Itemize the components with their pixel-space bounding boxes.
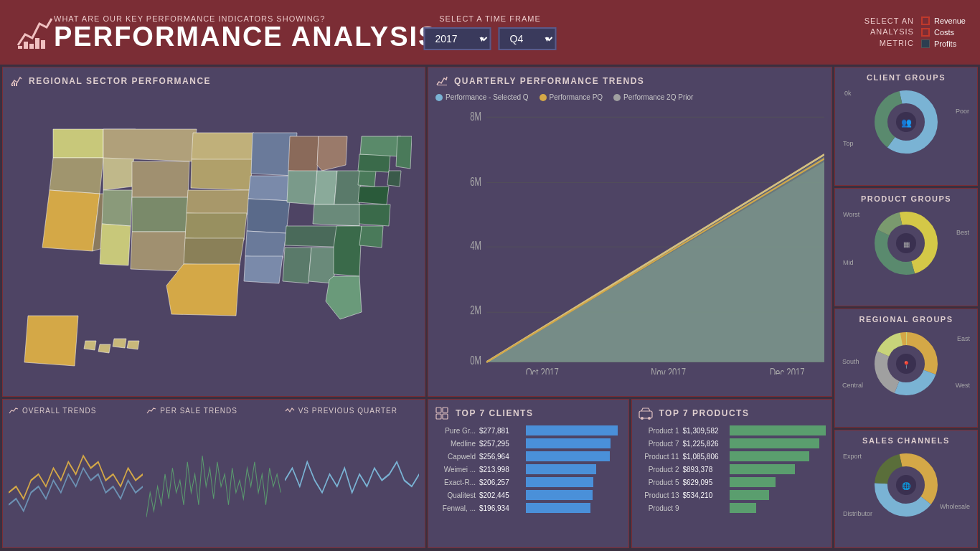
product-label-3: Product 2 — [638, 466, 679, 474]
legend-dot-pq — [540, 94, 547, 101]
product-label-6: Product 9 — [638, 504, 679, 512]
per-sale-trends-section: PER SALE TRENDS — [146, 405, 281, 542]
client-bar-4 — [526, 477, 623, 487]
timeframe-selects: 2015 2016 2017 2018 Q1 Q2 Q3 Q4 — [424, 27, 557, 50]
svg-marker-15 — [103, 129, 197, 161]
client-value-1: $257,295 — [479, 440, 522, 448]
svg-marker-12 — [42, 190, 100, 251]
client-label-3: Weimei ... — [434, 466, 476, 474]
product-groups-title: PRODUCT GROUPS — [841, 194, 971, 203]
quarterly-panel: QUARTERLY PERFORMANCE TRENDS Performance… — [428, 67, 832, 397]
product-label-mid: Mid — [843, 259, 854, 266]
client-row-0: Pure Gr... $277,881 — [434, 425, 623, 435]
product-row-5: Product 13 $534,210 — [638, 490, 826, 500]
regional-groups-title: REGIONAL GROUPS — [841, 315, 971, 324]
client-bar-3 — [526, 464, 623, 474]
svg-rect-3 — [29, 44, 34, 49]
svg-point-98 — [648, 417, 651, 420]
sales-label-distributor: Distributor — [843, 510, 872, 517]
product-row-3: Product 2 $893,378 — [638, 464, 826, 474]
svg-text:Dec 2017: Dec 2017 — [770, 366, 805, 375]
svg-marker-44 — [359, 204, 390, 226]
product-label-0: Product 1 — [638, 427, 679, 435]
quarterly-header: QUARTERLY PERFORMANCE TRENDS — [435, 75, 824, 88]
svg-text:Nov 2017: Nov 2017 — [651, 366, 686, 375]
bottom-center-panel: TOP 7 CLIENTS Pure Gr... $277,881 Medlin… — [428, 399, 832, 548]
svg-text:📍: 📍 — [902, 360, 911, 369]
us-map-svg — [10, 93, 412, 380]
product-row-0: Product 1 $1,309,582 — [638, 425, 826, 435]
svg-text:▦: ▦ — [903, 240, 910, 248]
client-groups-card: CLIENT GROUPS 👥 0k Poor Top — [834, 67, 978, 186]
client-bar-fill-2 — [526, 451, 610, 461]
svg-marker-39 — [283, 248, 311, 283]
svg-marker-29 — [247, 199, 290, 233]
svg-text:👥: 👥 — [901, 117, 912, 128]
client-bar-fill-5 — [526, 490, 593, 500]
svg-marker-25 — [184, 238, 244, 265]
svg-rect-95 — [443, 414, 448, 419]
timeframe-selector: SELECT A TIME FRAME 2015 2016 2017 2018 … — [424, 14, 557, 50]
product-label-2: Product 11 — [638, 453, 679, 461]
svg-marker-55 — [127, 341, 139, 349]
overall-trends-section: OVERALL TRENDS — [9, 405, 143, 542]
product-value-3: $893,378 — [683, 466, 726, 474]
regional-groups-card: REGIONAL GROUPS 📍 South East West Centra… — [834, 309, 978, 428]
metric-costs[interactable]: Costs — [921, 28, 966, 37]
chart-icon — [435, 75, 448, 88]
product-bar-fill-4 — [730, 477, 776, 487]
per-sale-trends-icon — [146, 405, 156, 415]
svg-marker-37 — [313, 204, 362, 226]
sales-donut-svg: 🌐 — [870, 453, 942, 517]
svg-marker-18 — [132, 197, 188, 232]
product-bar-fill-6 — [730, 503, 757, 513]
vs-prev-svg — [285, 419, 419, 542]
client-label-0k: 0k — [844, 90, 852, 97]
legend-2q-prior: Performance 2Q Prior — [613, 93, 693, 101]
quarterly-chart: 8M 6M 4M 2M 0M — [435, 105, 824, 389]
products-title: TOP 7 PRODUCTS — [659, 408, 750, 418]
svg-rect-5 — [41, 40, 45, 49]
svg-marker-35 — [314, 171, 337, 204]
regional-label-south: South — [842, 358, 859, 365]
regional-label-west: West — [956, 382, 970, 389]
sales-channels-chart: 🌐 Export Distributor Wholesale — [841, 449, 971, 521]
product-bar-3 — [730, 464, 826, 474]
svg-text:0M: 0M — [470, 354, 481, 367]
metric-label: SELECT ANANALYSISMETRIC — [864, 16, 914, 49]
svg-text:Oct 2017: Oct 2017 — [526, 366, 559, 375]
regional-groups-chart: 📍 South East West Central — [841, 328, 971, 400]
client-groups-title: CLIENT GROUPS — [841, 73, 971, 82]
revenue-checkbox[interactable] — [921, 17, 930, 25]
client-value-0: $277,881 — [479, 427, 522, 435]
year-select[interactable]: 2015 2016 2017 2018 — [424, 27, 491, 50]
legend-label-2qprior: Performance 2Q Prior — [623, 93, 693, 101]
product-value-0: $1,309,582 — [683, 427, 726, 435]
client-label-5: Qualitest — [434, 491, 476, 499]
costs-checkbox[interactable] — [921, 28, 930, 37]
product-label-1: Product 7 — [638, 440, 679, 448]
quarter-select[interactable]: Q1 Q2 Q3 Q4 — [499, 27, 557, 50]
client-label-poor: Poor — [956, 108, 969, 115]
vs-prev-icon — [285, 405, 295, 415]
svg-marker-49 — [396, 136, 412, 169]
metric-options: Revenue Costs Profits — [921, 17, 966, 48]
client-groups-chart: 👥 0k Poor Top — [841, 86, 971, 158]
svg-marker-16 — [132, 161, 189, 197]
svg-rect-92 — [436, 408, 441, 413]
svg-rect-6 — [11, 85, 13, 86]
legend-dot-selected — [435, 94, 443, 101]
product-groups-card: PRODUCT GROUPS ▦ Worst Mid Best — [834, 188, 978, 307]
svg-marker-36 — [334, 171, 362, 204]
product-bar-0 — [730, 425, 826, 435]
product-bar-fill-2 — [730, 451, 810, 461]
profits-checkbox[interactable] — [921, 39, 930, 48]
metric-revenue[interactable]: Revenue — [921, 17, 966, 25]
svg-rect-93 — [443, 408, 448, 413]
metric-profits[interactable]: Profits — [921, 39, 966, 48]
svg-marker-31 — [244, 256, 283, 283]
client-bar-5 — [526, 490, 623, 500]
header: WHAT ARE OUR KEY PERFORMANCE INDICATORS … — [0, 0, 980, 65]
product-donut-svg: ▦ — [870, 211, 942, 276]
product-value-1: $1,225,826 — [683, 440, 726, 448]
